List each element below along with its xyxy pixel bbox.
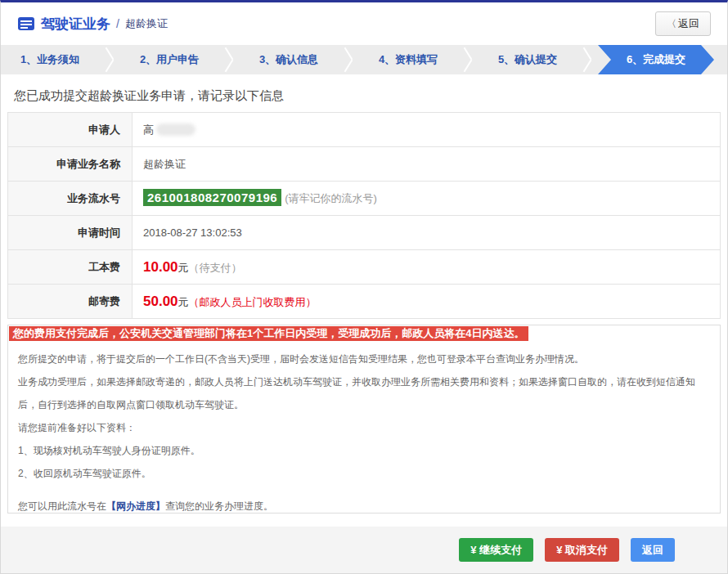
field-label: 申请人	[8, 113, 133, 147]
license-list-icon	[17, 16, 35, 31]
step-nav: 1、业务须知2、用户申告3、确认信息4、资料填写5、确认提交6、完成提交	[1, 45, 727, 74]
row-apply-time: 申请时间2018-08-27 13:02:53	[8, 216, 721, 250]
notice-paragraph: 业务成功受理后，如果选择邮政寄递的，邮政人员将上门送达机动车驾驶证，并收取办理业…	[18, 370, 710, 416]
row-applicant: 申请人高	[8, 113, 721, 147]
field-text: 高	[143, 123, 154, 136]
back-button-label: 返回	[678, 17, 699, 29]
step-separator-icon	[218, 45, 240, 74]
result-table: 申请人高申请业务名称超龄换证业务流水号261001808270079196(请牢…	[7, 112, 721, 319]
field-label: 申请时间	[8, 216, 133, 250]
notice-paragraph: 您所提交的申请，将于提交后的一个工作日(不含当天)受理，届时会发送短信告知受理结…	[18, 348, 710, 370]
notice-paragraph: 请您提前准备好以下资料：	[18, 416, 710, 439]
row-production-fee: 工本费10.00元（待支付）	[8, 250, 721, 285]
step-separator-icon	[457, 45, 479, 74]
back-button[interactable]: 〈返回	[655, 11, 711, 36]
fee-unit: 元	[178, 262, 189, 274]
notice-paragraphs: 您所提交的申请，将于提交后的一个工作日(不含当天)受理，届时会发送短信告知受理结…	[8, 348, 720, 485]
step-separator-icon	[99, 45, 120, 74]
continue-pay-button[interactable]: ¥ 继续支付	[459, 538, 533, 562]
serial-number-badge: 261001808270079196	[143, 189, 281, 206]
main-content: 您已成功提交超龄换证业务申请，请记录以下信息 申请人高申请业务名称超龄换证业务流…	[1, 74, 727, 513]
row-serial-number: 业务流水号261001808270079196(请牢记你的流水号)	[8, 182, 721, 216]
payment-notice-banner: 您的费用支付完成后，公安机关交通管理部门将在1个工作日内受理，受理成功后，邮政人…	[9, 326, 528, 341]
notice-box: 您的费用支付完成后，公安机关交通管理部门将在1个工作日内受理，受理成功后，邮政人…	[7, 325, 721, 513]
page: 驾驶证业务 / 超龄换证 〈返回 1、业务须知2、用户申告3、确认信息4、资料填…	[0, 0, 728, 574]
action-bar: ¥ 继续支付¥ 取消支付返回	[1, 527, 727, 573]
progress-suffix: 查询您的业务办理进度。	[165, 500, 273, 512]
breadcrumb-current: 超龄换证	[125, 16, 168, 31]
step-6[interactable]: 6、完成提交	[598, 45, 714, 74]
back-arrow-icon: 〈	[667, 18, 676, 29]
fee-amount: 10.00	[143, 259, 178, 275]
notice-paragraph: 1、现场核对机动车驾驶人身份证明原件。	[18, 439, 710, 462]
step-bar-filler	[714, 45, 727, 74]
row-postage-fee: 邮寄费50.00元（邮政人员上门收取费用）	[8, 285, 721, 319]
breadcrumb: 驾驶证业务 / 超龄换证	[17, 15, 168, 34]
field-label: 业务流水号	[8, 182, 133, 216]
field-label: 工本费	[8, 250, 133, 285]
page-title[interactable]: 驾驶证业务	[41, 15, 110, 34]
field-value: 超龄换证	[133, 147, 721, 182]
return-button[interactable]: 返回	[631, 538, 675, 562]
notice-paragraph: 2、收回原机动车驾驶证原件。	[18, 462, 710, 485]
fee-amount: 50.00	[143, 294, 178, 309]
fee-note: （待支付）	[189, 262, 242, 274]
field-value: 261001808270079196(请牢记你的流水号)	[133, 182, 721, 216]
field-text: 2018-08-27 13:02:53	[143, 226, 242, 239]
step-separator-icon	[577, 45, 598, 74]
fee-unit: 元	[178, 296, 189, 308]
header: 驾驶证业务 / 超龄换证 〈返回	[1, 2, 727, 45]
serial-note: (请牢记你的流水号)	[285, 192, 377, 204]
field-label: 邮寄费	[8, 285, 133, 319]
field-text: 超龄换证	[143, 158, 186, 170]
field-label: 申请业务名称	[8, 147, 133, 182]
step-5[interactable]: 5、确认提交	[479, 45, 577, 74]
fee-note: （邮政人员上门收取费用）	[189, 296, 317, 308]
success-message: 您已成功提交超龄换证业务申请，请记录以下信息	[7, 74, 721, 112]
progress-hint: 您可以用此流水号在【网办进度】查询您的业务办理进度。	[18, 495, 710, 513]
step-separator-icon	[338, 45, 359, 74]
redacted-name	[156, 123, 195, 136]
field-value: 高	[133, 113, 721, 147]
row-business-name: 申请业务名称超龄换证	[8, 147, 721, 182]
step-2[interactable]: 2、用户申告	[120, 45, 218, 74]
field-value: 10.00元（待支付）	[133, 250, 721, 285]
step-3[interactable]: 3、确认信息	[240, 45, 338, 74]
step-1[interactable]: 1、业务须知	[1, 45, 99, 74]
field-value: 50.00元（邮政人员上门收取费用）	[133, 285, 721, 319]
step-4[interactable]: 4、资料填写	[359, 45, 457, 74]
progress-prefix: 您可以用此流水号在	[18, 500, 106, 512]
cancel-pay-button[interactable]: ¥ 取消支付	[545, 538, 619, 562]
progress-link[interactable]: 【网办进度】	[106, 500, 165, 512]
field-value: 2018-08-27 13:02:53	[133, 216, 721, 250]
breadcrumb-separator: /	[116, 17, 119, 30]
